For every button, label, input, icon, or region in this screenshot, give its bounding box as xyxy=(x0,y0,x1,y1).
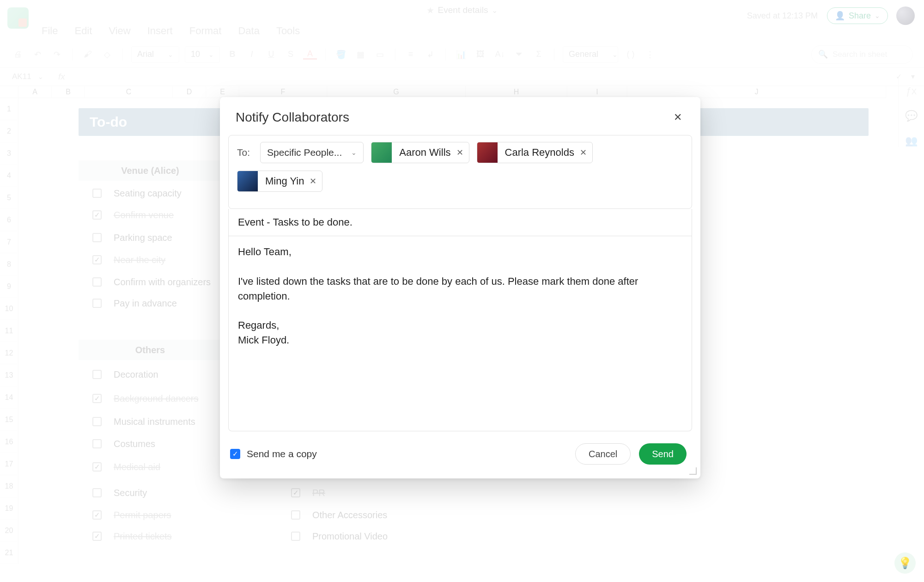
recipient-name: Ming Yin xyxy=(263,175,304,187)
avatar xyxy=(477,142,498,163)
recipient-chip: Ming Yin ✕ xyxy=(237,171,322,192)
help-lightbulb-icon[interactable]: 💡 xyxy=(894,552,916,574)
message-body-input[interactable]: Hello Team, I've listed down the tasks t… xyxy=(228,236,692,431)
recipient-name: Aaron Wills xyxy=(397,147,450,159)
chevron-down-icon: ⌄ xyxy=(351,149,357,156)
recipient-name: Carla Reynolds xyxy=(503,147,574,159)
send-button[interactable]: Send xyxy=(639,443,687,465)
recipients-row[interactable]: To: Specific People... ⌄ Aaron Wills ✕ C… xyxy=(228,135,692,209)
resize-handle[interactable] xyxy=(688,466,697,475)
avatar xyxy=(371,142,392,163)
remove-recipient-icon[interactable]: ✕ xyxy=(580,147,587,158)
checkbox-checked-icon: ✓ xyxy=(230,449,240,459)
cancel-button[interactable]: Cancel xyxy=(575,443,631,465)
remove-recipient-icon[interactable]: ✕ xyxy=(310,176,316,186)
remove-recipient-icon[interactable]: ✕ xyxy=(456,147,463,158)
notify-collaborators-modal: Notify Collaborators ✕ To: Specific Peop… xyxy=(220,97,700,478)
to-label: To: xyxy=(237,147,250,158)
modal-title: Notify Collaborators xyxy=(236,110,349,125)
recipient-chip: Aaron Wills ✕ xyxy=(371,142,469,163)
subject-input[interactable]: Event - Tasks to be done. xyxy=(228,209,692,236)
recipient-scope-select[interactable]: Specific People... ⌄ xyxy=(260,142,364,163)
close-icon[interactable]: ✕ xyxy=(671,110,685,124)
avatar xyxy=(237,171,258,191)
send-me-copy-checkbox[interactable]: ✓ Send me a copy xyxy=(230,448,317,459)
recipient-chip: Carla Reynolds ✕ xyxy=(477,142,593,163)
